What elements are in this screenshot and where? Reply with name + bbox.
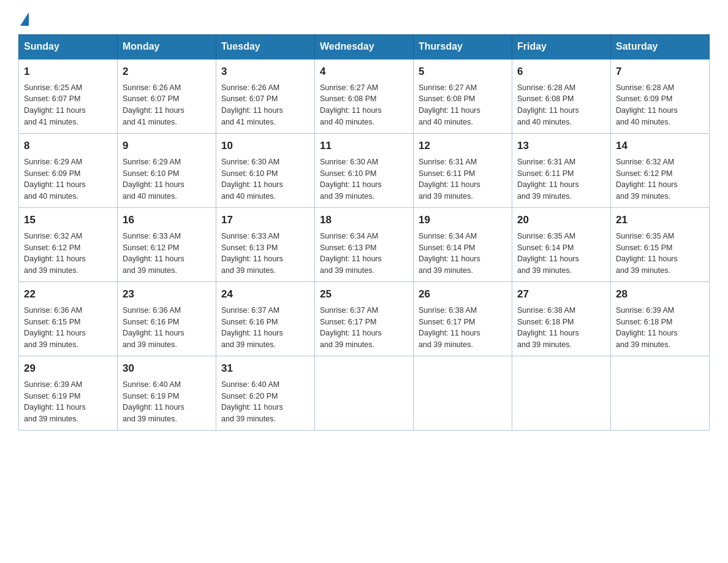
calendar-week-row: 29Sunrise: 6:39 AMSunset: 6:19 PMDayligh… — [19, 356, 710, 431]
day-number: 20 — [517, 213, 605, 228]
day-info: Sunrise: 6:26 AMSunset: 6:07 PMDaylight:… — [221, 83, 283, 127]
calendar-cell: 9Sunrise: 6:29 AMSunset: 6:10 PMDaylight… — [118, 134, 216, 208]
calendar-cell: 30Sunrise: 6:40 AMSunset: 6:19 PMDayligh… — [118, 356, 216, 431]
day-info: Sunrise: 6:32 AMSunset: 6:12 PMDaylight:… — [616, 158, 678, 201]
calendar-cell: 22Sunrise: 6:36 AMSunset: 6:15 PMDayligh… — [19, 282, 118, 356]
day-number: 11 — [320, 139, 408, 154]
day-number: 2 — [123, 64, 211, 80]
calendar-cell: 25Sunrise: 6:37 AMSunset: 6:17 PMDayligh… — [315, 282, 414, 356]
logo — [18, 12, 29, 22]
calendar-cell: 7Sunrise: 6:28 AMSunset: 6:09 PMDaylight… — [611, 59, 710, 134]
calendar-cell: 12Sunrise: 6:31 AMSunset: 6:11 PMDayligh… — [414, 134, 512, 208]
day-number: 13 — [517, 139, 605, 154]
calendar-cell: 23Sunrise: 6:36 AMSunset: 6:16 PMDayligh… — [118, 282, 216, 356]
calendar-cell: 26Sunrise: 6:38 AMSunset: 6:17 PMDayligh… — [414, 282, 512, 356]
calendar-cell: 16Sunrise: 6:33 AMSunset: 6:12 PMDayligh… — [118, 208, 216, 282]
day-number: 8 — [24, 139, 112, 154]
calendar-table: SundayMondayTuesdayWednesdayThursdayFrid… — [18, 34, 710, 431]
day-info: Sunrise: 6:31 AMSunset: 6:11 PMDaylight:… — [517, 158, 579, 201]
day-info: Sunrise: 6:30 AMSunset: 6:10 PMDaylight:… — [320, 158, 382, 201]
day-info: Sunrise: 6:33 AMSunset: 6:12 PMDaylight:… — [123, 232, 184, 275]
day-number: 3 — [221, 64, 309, 80]
logo-triangle-icon — [20, 12, 29, 26]
calendar-cell: 11Sunrise: 6:30 AMSunset: 6:10 PMDayligh… — [315, 134, 414, 208]
calendar-cell: 5Sunrise: 6:27 AMSunset: 6:08 PMDaylight… — [414, 59, 512, 134]
calendar-cell: 17Sunrise: 6:33 AMSunset: 6:13 PMDayligh… — [216, 208, 315, 282]
calendar-cell: 20Sunrise: 6:35 AMSunset: 6:14 PMDayligh… — [512, 208, 611, 282]
calendar-week-row: 8Sunrise: 6:29 AMSunset: 6:09 PMDaylight… — [19, 134, 710, 208]
calendar-cell — [611, 356, 710, 431]
day-info: Sunrise: 6:27 AMSunset: 6:08 PMDaylight:… — [419, 83, 480, 127]
day-info: Sunrise: 6:29 AMSunset: 6:10 PMDaylight:… — [123, 158, 184, 201]
calendar-cell: 3Sunrise: 6:26 AMSunset: 6:07 PMDaylight… — [216, 59, 315, 134]
day-info: Sunrise: 6:40 AMSunset: 6:20 PMDaylight:… — [221, 380, 283, 424]
column-header-friday: Friday — [512, 35, 611, 59]
day-number: 27 — [517, 287, 605, 302]
day-number: 4 — [320, 64, 408, 80]
column-header-tuesday: Tuesday — [216, 35, 315, 59]
day-number: 26 — [419, 287, 507, 302]
day-number: 12 — [419, 139, 507, 154]
day-info: Sunrise: 6:31 AMSunset: 6:11 PMDaylight:… — [419, 158, 480, 201]
day-number: 28 — [616, 287, 704, 302]
calendar-cell: 28Sunrise: 6:39 AMSunset: 6:18 PMDayligh… — [611, 282, 710, 356]
column-header-thursday: Thursday — [414, 35, 512, 59]
day-info: Sunrise: 6:39 AMSunset: 6:18 PMDaylight:… — [616, 306, 678, 350]
day-info: Sunrise: 6:30 AMSunset: 6:10 PMDaylight:… — [221, 158, 283, 201]
day-number: 15 — [24, 213, 112, 228]
day-number: 25 — [320, 287, 408, 302]
day-info: Sunrise: 6:37 AMSunset: 6:17 PMDaylight:… — [320, 306, 382, 350]
day-info: Sunrise: 6:35 AMSunset: 6:15 PMDaylight:… — [616, 232, 678, 275]
day-number: 16 — [123, 213, 211, 228]
day-info: Sunrise: 6:40 AMSunset: 6:19 PMDaylight:… — [123, 380, 184, 424]
calendar-cell: 1Sunrise: 6:25 AMSunset: 6:07 PMDaylight… — [19, 59, 118, 134]
day-info: Sunrise: 6:29 AMSunset: 6:09 PMDaylight:… — [24, 158, 86, 201]
day-info: Sunrise: 6:38 AMSunset: 6:18 PMDaylight:… — [517, 306, 579, 350]
column-header-saturday: Saturday — [611, 35, 710, 59]
calendar-cell: 10Sunrise: 6:30 AMSunset: 6:10 PMDayligh… — [216, 134, 315, 208]
column-header-sunday: Sunday — [19, 35, 118, 59]
day-number: 17 — [221, 213, 309, 228]
day-info: Sunrise: 6:36 AMSunset: 6:15 PMDaylight:… — [24, 306, 86, 350]
calendar-cell: 4Sunrise: 6:27 AMSunset: 6:08 PMDaylight… — [315, 59, 414, 134]
day-number: 29 — [24, 361, 112, 377]
calendar-cell: 24Sunrise: 6:37 AMSunset: 6:16 PMDayligh… — [216, 282, 315, 356]
day-info: Sunrise: 6:36 AMSunset: 6:16 PMDaylight:… — [123, 306, 184, 350]
day-info: Sunrise: 6:38 AMSunset: 6:17 PMDaylight:… — [419, 306, 480, 350]
day-number: 24 — [221, 287, 309, 302]
calendar-cell: 19Sunrise: 6:34 AMSunset: 6:14 PMDayligh… — [414, 208, 512, 282]
day-info: Sunrise: 6:28 AMSunset: 6:09 PMDaylight:… — [616, 83, 678, 127]
day-info: Sunrise: 6:34 AMSunset: 6:14 PMDaylight:… — [419, 232, 480, 275]
calendar-cell: 15Sunrise: 6:32 AMSunset: 6:12 PMDayligh… — [19, 208, 118, 282]
column-header-wednesday: Wednesday — [315, 35, 414, 59]
day-number: 5 — [419, 64, 507, 80]
page-header — [18, 12, 710, 22]
day-number: 9 — [123, 139, 211, 154]
day-number: 31 — [221, 361, 309, 377]
day-number: 23 — [123, 287, 211, 302]
day-info: Sunrise: 6:34 AMSunset: 6:13 PMDaylight:… — [320, 232, 382, 275]
calendar-cell: 2Sunrise: 6:26 AMSunset: 6:07 PMDaylight… — [118, 59, 216, 134]
day-info: Sunrise: 6:26 AMSunset: 6:07 PMDaylight:… — [123, 83, 184, 127]
calendar-cell: 21Sunrise: 6:35 AMSunset: 6:15 PMDayligh… — [611, 208, 710, 282]
day-number: 30 — [123, 361, 211, 377]
day-number: 18 — [320, 213, 408, 228]
calendar-cell: 29Sunrise: 6:39 AMSunset: 6:19 PMDayligh… — [19, 356, 118, 431]
day-info: Sunrise: 6:39 AMSunset: 6:19 PMDaylight:… — [24, 380, 86, 424]
column-header-monday: Monday — [118, 35, 216, 59]
calendar-cell: 31Sunrise: 6:40 AMSunset: 6:20 PMDayligh… — [216, 356, 315, 431]
day-number: 10 — [221, 139, 309, 154]
calendar-cell: 13Sunrise: 6:31 AMSunset: 6:11 PMDayligh… — [512, 134, 611, 208]
day-info: Sunrise: 6:37 AMSunset: 6:16 PMDaylight:… — [221, 306, 283, 350]
calendar-week-row: 15Sunrise: 6:32 AMSunset: 6:12 PMDayligh… — [19, 208, 710, 282]
calendar-cell — [512, 356, 611, 431]
calendar-cell: 8Sunrise: 6:29 AMSunset: 6:09 PMDaylight… — [19, 134, 118, 208]
day-number: 14 — [616, 139, 704, 154]
day-info: Sunrise: 6:27 AMSunset: 6:08 PMDaylight:… — [320, 83, 382, 127]
day-info: Sunrise: 6:25 AMSunset: 6:07 PMDaylight:… — [24, 83, 86, 127]
day-number: 21 — [616, 213, 704, 228]
calendar-cell — [414, 356, 512, 431]
day-number: 1 — [24, 64, 112, 80]
calendar-week-row: 1Sunrise: 6:25 AMSunset: 6:07 PMDaylight… — [19, 59, 710, 134]
day-info: Sunrise: 6:28 AMSunset: 6:08 PMDaylight:… — [517, 83, 579, 127]
